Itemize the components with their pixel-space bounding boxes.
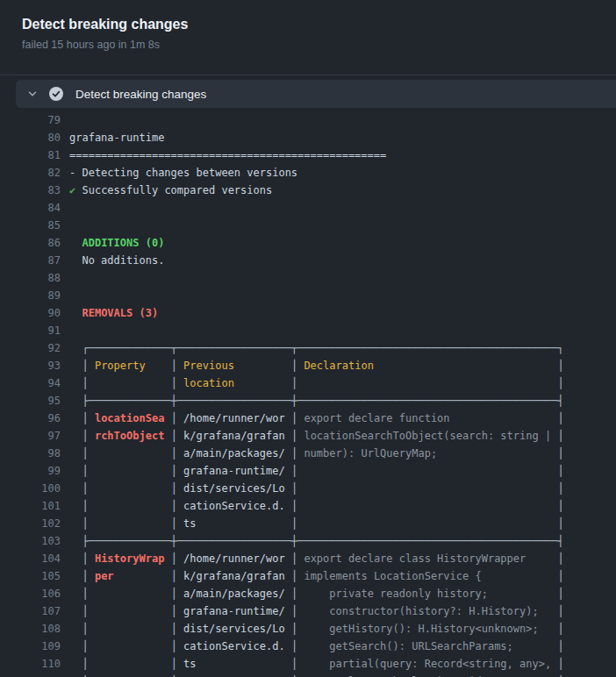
log-line-content: grafana-runtime: [69, 132, 164, 144]
log-line: 90 REMOVALS (3): [0, 304, 616, 322]
log-line: 98 │ │ a/main/packages/ │ number): UrlQu…: [0, 445, 616, 462]
log-line-number[interactable]: 109: [0, 638, 61, 655]
log-line: 83✔ Successfully compared versions: [0, 182, 616, 199]
log-line: 105 │ per │ k/grafana/grafan │ implement…: [0, 567, 616, 585]
log-line: 89: [0, 287, 616, 304]
log-line-number[interactable]: 104: [0, 550, 61, 567]
log-line-number[interactable]: 87: [0, 252, 61, 269]
log-line: 104 │ HistoryWrap │ /home/runner/wor │ e…: [0, 550, 616, 567]
log-lines: 7980grafana-runtime81===================…: [0, 108, 616, 677]
log-line-number[interactable]: 96: [0, 410, 61, 427]
log-line-number[interactable]: 107: [0, 602, 61, 620]
log-line-content: No additions.: [69, 254, 164, 267]
log-line: 92 ┌─────────────┬──────────────────┬───…: [0, 339, 616, 357]
log-line: 93 │ Property │ Previous │ Declaration │: [0, 357, 616, 374]
log-line-number[interactable]: 86: [0, 234, 61, 252]
log-line-content: │ │ ts │ partial(query: Record<string, a…: [69, 658, 564, 670]
log-line: 86 ADDITIONS (0): [0, 234, 616, 252]
log-line: 91: [0, 322, 616, 339]
log-line: 111 │ │ │ replace?: boolean): void; │: [0, 673, 616, 677]
log-line: 79: [0, 111, 616, 129]
log-line-content: │ │ cationService.d. │ getSearch(): URLS…: [69, 640, 564, 652]
log-line: 97 │ rchToObject │ k/grafana/grafan │ lo…: [0, 427, 616, 445]
log-line-content: - Detecting changes between versions: [69, 167, 297, 179]
step-title: Detect breaking changes: [75, 88, 206, 101]
log-line: 80grafana-runtime: [0, 129, 616, 146]
log-line-content: │ │ location │ │: [69, 377, 564, 389]
log-line: 84: [0, 199, 616, 217]
log-line-content: │ locationSea │ /home/runner/wor │ expor…: [69, 412, 564, 424]
log-line: 82- Detecting changes between versions: [0, 164, 616, 182]
log-line: 107 │ │ grafana-runtime/ │ constructor(h…: [0, 602, 616, 620]
log-line-number[interactable]: 91: [0, 322, 61, 339]
log-line-content: ├─────────────┼──────────────────┼──────…: [69, 535, 564, 547]
log-line-content: REMOVALS (3): [69, 307, 158, 319]
log-line-number[interactable]: 89: [0, 287, 61, 304]
log-line: 110 │ │ ts │ partial(query: Record<strin…: [0, 655, 616, 673]
log-line-content: ✔ Successfully compared versions: [69, 184, 272, 196]
log-line-content: │ │ dist/services/Lo │ │: [69, 482, 564, 495]
log-line-content: │ │ grafana-runtime/ │ │: [69, 465, 564, 477]
log-line: 94 │ │ location │ │: [0, 374, 616, 392]
log-line-number[interactable]: 97: [0, 427, 61, 445]
log-line-number[interactable]: 85: [0, 217, 61, 234]
log-line-content: │ Property │ Previous │ Declaration │: [69, 360, 564, 372]
log-line: 100 │ │ dist/services/Lo │ │: [0, 480, 616, 497]
log-line-content: │ │ ts │ │: [69, 517, 564, 530]
log-line-content: ├─────────────┼──────────────────┼──────…: [69, 395, 564, 407]
check-circle-icon: [49, 87, 63, 101]
log-line-content: │ │ a/main/packages/ │ private readonly …: [69, 588, 564, 600]
log-line: 109 │ │ cationService.d. │ getSearch(): …: [0, 638, 616, 655]
step-header[interactable]: Detect breaking changes: [16, 80, 616, 108]
log-line-number[interactable]: 106: [0, 585, 61, 602]
log-line: 96 │ locationSea │ /home/runner/wor │ ex…: [0, 410, 616, 427]
log-line-number[interactable]: 84: [0, 199, 61, 217]
job-status-line: failed 15 hours ago in 1m 8s: [22, 38, 594, 52]
log-line-number[interactable]: 98: [0, 445, 61, 462]
chevron-down-icon[interactable]: [26, 88, 39, 100]
log-line-number[interactable]: 79: [0, 111, 61, 129]
log-line-number[interactable]: 111: [0, 673, 61, 677]
log-line-content: │ │ a/main/packages/ │ number): UrlQuery…: [69, 447, 564, 460]
log-line: 85: [0, 217, 616, 234]
log-line-number[interactable]: 94: [0, 374, 61, 392]
log-line-content: │ │ grafana-runtime/ │ constructor(histo…: [69, 605, 564, 617]
log-line-number[interactable]: 102: [0, 515, 61, 532]
log-line-number[interactable]: 80: [0, 129, 61, 146]
log-line-number[interactable]: 99: [0, 462, 61, 480]
log-line-number[interactable]: 82: [0, 164, 61, 182]
log-line-content: │ HistoryWrap │ /home/runner/wor │ expor…: [69, 552, 564, 565]
log-line-content: ADDITIONS (0): [69, 237, 164, 249]
log-line-number[interactable]: 95: [0, 392, 61, 410]
log-line-content: │ │ dist/services/Lo │ getHistory(): H.H…: [69, 623, 564, 635]
log-line: 81======================================…: [0, 146, 616, 164]
log-line: 102 │ │ ts │ │: [0, 515, 616, 532]
log-line-number[interactable]: 100: [0, 480, 61, 497]
log-line: 99 │ │ grafana-runtime/ │ │: [0, 462, 616, 480]
log-line-number[interactable]: 90: [0, 304, 61, 322]
log-line: 106 │ │ a/main/packages/ │ private reado…: [0, 585, 616, 602]
log-line-number[interactable]: 101: [0, 497, 61, 515]
log-line: 95 ├─────────────┼──────────────────┼───…: [0, 392, 616, 410]
log-line-content: ========================================…: [69, 149, 386, 161]
page-title: Detect breaking changes: [22, 15, 594, 34]
log-line-content: │ per │ k/grafana/grafan │ implements Lo…: [69, 570, 564, 582]
log-line-number[interactable]: 83: [0, 182, 61, 199]
log-line-number[interactable]: 108: [0, 620, 61, 638]
log-line-number[interactable]: 81: [0, 146, 61, 164]
log-line: 101 │ │ cationService.d. │ │: [0, 497, 616, 515]
log-line: 103 ├─────────────┼──────────────────┼──…: [0, 532, 616, 550]
log-line-number[interactable]: 92: [0, 339, 61, 357]
log-line-content: │ rchToObject │ k/grafana/grafan │ locat…: [69, 430, 564, 442]
log-line-number[interactable]: 105: [0, 567, 61, 585]
log-line: 88: [0, 269, 616, 287]
job-header: Detect breaking changes failed 15 hours …: [0, 0, 616, 75]
log-line: 108 │ │ dist/services/Lo │ getHistory():…: [0, 620, 616, 638]
log-line-number[interactable]: 88: [0, 269, 61, 287]
log-line-number[interactable]: 110: [0, 655, 61, 673]
log-line: 87 No additions.: [0, 252, 616, 269]
log-line-number[interactable]: 103: [0, 532, 61, 550]
log-line-number[interactable]: 93: [0, 357, 61, 374]
log-line-content: ┌─────────────┬──────────────────┬──────…: [69, 342, 564, 354]
log-line-content: │ │ cationService.d. │ │: [69, 500, 564, 512]
